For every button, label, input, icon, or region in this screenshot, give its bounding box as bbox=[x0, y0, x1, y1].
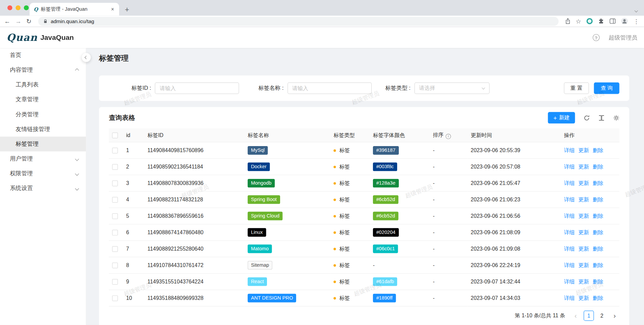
row-checkbox[interactable] bbox=[112, 213, 118, 219]
row-action-delete[interactable]: 删除 bbox=[593, 196, 603, 202]
row-action-update[interactable]: 更新 bbox=[578, 278, 589, 284]
share-icon[interactable] bbox=[565, 18, 570, 24]
filter-field-tag-type: 标签类型 : 请选择 bbox=[385, 82, 512, 94]
maximize-window-button[interactable] bbox=[24, 5, 29, 10]
row-action-detail[interactable]: 详细 bbox=[564, 295, 575, 301]
row-action-detail[interactable]: 详细 bbox=[564, 262, 575, 268]
row-action-detail[interactable]: 详细 bbox=[564, 147, 575, 153]
bookmark-star-icon[interactable]: ☆ bbox=[576, 18, 581, 24]
back-icon[interactable]: ← bbox=[4, 18, 10, 24]
help-icon[interactable]: ? bbox=[593, 34, 600, 41]
minimize-window-button[interactable] bbox=[16, 5, 21, 10]
side-panel-icon[interactable] bbox=[609, 18, 615, 24]
sidebar-group-users[interactable]: 用户管理 bbox=[0, 151, 86, 166]
browser-menu-icon[interactable]: ⋮ bbox=[633, 18, 639, 24]
row-checkbox[interactable] bbox=[112, 246, 118, 252]
row-checkbox[interactable] bbox=[112, 148, 118, 153]
cell-id: 6 bbox=[123, 224, 144, 241]
row-action-detail[interactable]: 详细 bbox=[564, 180, 575, 186]
sidebar-item-home[interactable]: 首页 bbox=[0, 48, 86, 63]
profile-avatar-icon[interactable] bbox=[621, 18, 628, 25]
cell-font-color: #003f8c bbox=[370, 158, 430, 175]
tab-close-icon[interactable]: × bbox=[110, 6, 115, 12]
settings-gear-icon[interactable] bbox=[613, 115, 619, 121]
cell-updated: 2023-09-06 21:06:56 bbox=[467, 208, 560, 224]
sidebar-group-permissions[interactable]: 权限管理 bbox=[0, 166, 86, 181]
reset-button[interactable]: 重 置 bbox=[564, 82, 589, 94]
search-button[interactable]: 查 询 bbox=[594, 82, 619, 94]
sidebar: 首页 内容管理 工具列表 文章管理 分类管理 友情链接管理 标签管理 用户 bbox=[0, 48, 86, 325]
tag-id-input[interactable] bbox=[155, 82, 239, 94]
row-action-update[interactable]: 更新 bbox=[578, 229, 589, 235]
row-action-detail[interactable]: 详细 bbox=[564, 278, 575, 284]
row-action-delete[interactable]: 删除 bbox=[593, 278, 603, 284]
row-action-update[interactable]: 更新 bbox=[578, 164, 589, 170]
row-action-delete[interactable]: 删除 bbox=[593, 229, 603, 235]
row-action-update[interactable]: 更新 bbox=[578, 196, 589, 202]
logo-text: JavaQuan bbox=[40, 34, 74, 42]
row-action-update[interactable]: 更新 bbox=[578, 246, 589, 252]
row-action-delete[interactable]: 删除 bbox=[593, 213, 603, 219]
address-bar[interactable]: admin.quan.icu/tag bbox=[38, 17, 558, 26]
row-action-delete[interactable]: 删除 bbox=[593, 295, 603, 301]
cell-font-color: #06c0c1 bbox=[370, 241, 430, 257]
select-all-checkbox[interactable] bbox=[112, 133, 118, 138]
sidebar-item-tags[interactable]: 标签管理 bbox=[0, 137, 86, 151]
density-icon[interactable] bbox=[598, 115, 604, 121]
new-button[interactable]: + 新建 bbox=[548, 112, 575, 123]
row-action-delete[interactable]: 删除 bbox=[593, 246, 603, 252]
close-window-button[interactable] bbox=[7, 5, 12, 10]
sidebar-item-friend-links[interactable]: 友情链接管理 bbox=[0, 122, 86, 137]
filter-buttons: 重 置 查 询 bbox=[564, 82, 620, 94]
tag-pill: Sitemap bbox=[248, 261, 272, 270]
row-action-delete[interactable]: 删除 bbox=[593, 164, 603, 170]
tab-search-icon[interactable] bbox=[635, 6, 637, 13]
row-action-update[interactable]: 更新 bbox=[578, 262, 589, 268]
row-action-detail[interactable]: 详细 bbox=[564, 164, 575, 170]
new-tab-button[interactable]: + bbox=[125, 7, 129, 12]
row-checkbox[interactable] bbox=[112, 296, 118, 301]
pagination-prev-icon[interactable]: ‹ bbox=[571, 311, 580, 320]
pagination-next-icon[interactable]: › bbox=[610, 311, 619, 320]
tag-pill: Mongodb bbox=[248, 179, 275, 188]
tag-type-select[interactable]: 请选择 bbox=[414, 82, 489, 94]
row-checkbox[interactable] bbox=[112, 263, 118, 268]
row-action-update[interactable]: 更新 bbox=[578, 180, 589, 186]
row-action-delete[interactable]: 删除 bbox=[593, 147, 603, 153]
reload-icon[interactable]: ↻ bbox=[26, 18, 31, 24]
forward-icon[interactable]: → bbox=[15, 18, 21, 24]
status-dot-icon bbox=[333, 182, 336, 184]
row-action-delete[interactable]: 删除 bbox=[593, 180, 603, 186]
sidebar-item-tool-list[interactable]: 工具列表 bbox=[0, 77, 86, 92]
info-circle-icon[interactable]: i bbox=[446, 134, 451, 139]
row-action-delete[interactable]: 删除 bbox=[593, 262, 603, 268]
extensions-puzzle-icon[interactable] bbox=[598, 18, 604, 24]
row-action-detail[interactable]: 详细 bbox=[564, 246, 575, 252]
row-action-update[interactable]: 更新 bbox=[578, 147, 589, 153]
cell-tag-type: 标签 bbox=[330, 257, 370, 273]
cell-sort: - bbox=[430, 273, 468, 290]
sidebar-item-categories[interactable]: 分类管理 bbox=[0, 107, 86, 122]
row-action-update[interactable]: 更新 bbox=[578, 213, 589, 219]
row-action-detail[interactable]: 详细 bbox=[564, 229, 575, 235]
chevron-left-icon bbox=[85, 56, 88, 59]
tag-name-input[interactable] bbox=[287, 82, 372, 94]
browser-tab[interactable]: Q 标签管理 - JavaQuan × bbox=[30, 3, 119, 16]
row-action-detail[interactable]: 详细 bbox=[564, 213, 575, 219]
row-action-detail[interactable]: 详细 bbox=[564, 196, 575, 202]
sidebar-group-settings[interactable]: 系统设置 bbox=[0, 181, 86, 196]
sidebar-group-content[interactable]: 内容管理 bbox=[0, 63, 86, 77]
row-checkbox[interactable] bbox=[112, 279, 118, 285]
pagination-page-2[interactable]: 2 bbox=[597, 311, 606, 320]
row-action-update[interactable]: 更新 bbox=[578, 295, 589, 301]
row-checkbox[interactable] bbox=[112, 230, 118, 236]
sidebar-item-articles[interactable]: 文章管理 bbox=[0, 92, 86, 107]
row-checkbox[interactable] bbox=[112, 181, 118, 186]
extension-badge-icon[interactable] bbox=[587, 18, 593, 24]
pagination-page-1[interactable]: 1 bbox=[584, 310, 594, 321]
row-checkbox[interactable] bbox=[112, 164, 118, 170]
sidebar-collapse-button[interactable] bbox=[82, 53, 91, 62]
refresh-icon[interactable] bbox=[584, 115, 590, 121]
current-user[interactable]: 超级管理员 bbox=[609, 34, 638, 41]
row-checkbox[interactable] bbox=[112, 197, 118, 203]
